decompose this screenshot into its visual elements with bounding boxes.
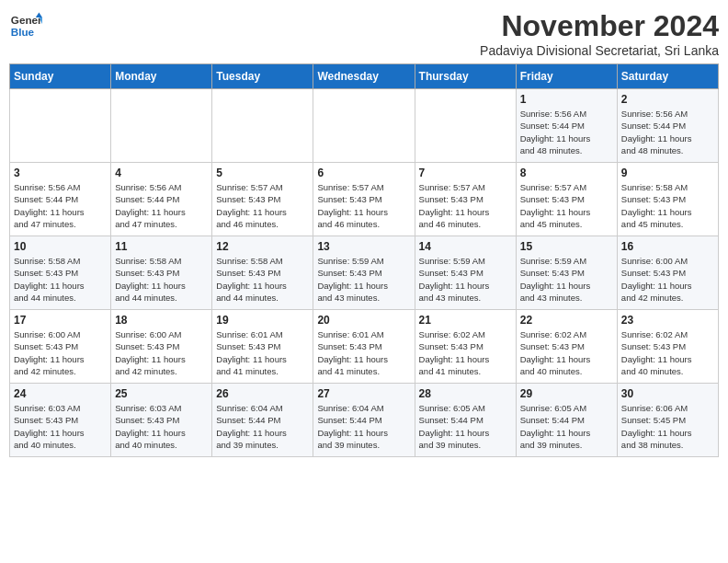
- calendar-cell: 21Sunrise: 6:02 AM Sunset: 5:43 PM Dayli…: [415, 310, 516, 384]
- day-info: Sunrise: 5:59 AM Sunset: 5:43 PM Dayligh…: [520, 255, 613, 304]
- day-info: Sunrise: 6:01 AM Sunset: 5:43 PM Dayligh…: [216, 328, 309, 377]
- calendar-cell: 28Sunrise: 6:05 AM Sunset: 5:44 PM Dayli…: [415, 384, 516, 457]
- col-tuesday: Tuesday: [212, 64, 313, 89]
- calendar-week-1: 1Sunrise: 5:56 AM Sunset: 5:44 PM Daylig…: [10, 89, 719, 163]
- day-info: Sunrise: 6:02 AM Sunset: 5:43 PM Dayligh…: [520, 328, 613, 377]
- calendar-cell: 4Sunrise: 5:56 AM Sunset: 5:44 PM Daylig…: [111, 163, 212, 236]
- day-number: 13: [317, 240, 410, 253]
- day-info: Sunrise: 5:57 AM Sunset: 5:43 PM Dayligh…: [317, 181, 410, 230]
- calendar-cell: 12Sunrise: 5:58 AM Sunset: 5:43 PM Dayli…: [212, 236, 313, 310]
- calendar-cell: 10Sunrise: 5:58 AM Sunset: 5:43 PM Dayli…: [10, 236, 111, 310]
- calendar-cell: 29Sunrise: 6:05 AM Sunset: 5:44 PM Dayli…: [516, 384, 617, 457]
- calendar-cell: 30Sunrise: 6:06 AM Sunset: 5:45 PM Dayli…: [617, 384, 718, 457]
- calendar-cell: 1Sunrise: 5:56 AM Sunset: 5:44 PM Daylig…: [516, 89, 617, 163]
- calendar-cell: 24Sunrise: 6:03 AM Sunset: 5:43 PM Dayli…: [10, 384, 111, 457]
- calendar-cell: 2Sunrise: 5:56 AM Sunset: 5:44 PM Daylig…: [617, 89, 718, 163]
- day-info: Sunrise: 5:59 AM Sunset: 5:43 PM Dayligh…: [317, 255, 410, 304]
- day-info: Sunrise: 5:59 AM Sunset: 5:43 PM Dayligh…: [419, 255, 512, 304]
- logo: General Blue: [9, 9, 42, 42]
- day-number: 14: [419, 240, 512, 253]
- col-friday: Friday: [516, 64, 617, 89]
- calendar-week-4: 17Sunrise: 6:00 AM Sunset: 5:43 PM Dayli…: [10, 310, 719, 384]
- calendar-cell: 14Sunrise: 5:59 AM Sunset: 5:43 PM Dayli…: [415, 236, 516, 310]
- day-number: 25: [115, 387, 208, 400]
- day-number: 12: [216, 240, 309, 253]
- day-info: Sunrise: 5:56 AM Sunset: 5:44 PM Dayligh…: [621, 108, 714, 156]
- day-number: 18: [115, 314, 208, 327]
- day-number: 5: [216, 167, 309, 179]
- month-title: November 2024: [480, 9, 719, 43]
- calendar-cell: 25Sunrise: 6:03 AM Sunset: 5:43 PM Dayli…: [111, 384, 212, 457]
- day-number: 17: [14, 314, 107, 327]
- calendar-cell: 8Sunrise: 5:57 AM Sunset: 5:43 PM Daylig…: [516, 163, 617, 236]
- calendar-cell: [415, 89, 516, 163]
- day-info: Sunrise: 5:56 AM Sunset: 5:44 PM Dayligh…: [115, 181, 208, 230]
- subtitle: Padaviya Divisional Secretariat, Sri Lan…: [480, 43, 719, 58]
- calendar-cell: 27Sunrise: 6:04 AM Sunset: 5:44 PM Dayli…: [313, 384, 415, 457]
- day-info: Sunrise: 6:03 AM Sunset: 5:43 PM Dayligh…: [14, 402, 107, 451]
- col-saturday: Saturday: [617, 64, 718, 89]
- day-info: Sunrise: 6:00 AM Sunset: 5:43 PM Dayligh…: [14, 328, 107, 377]
- day-number: 29: [520, 387, 613, 400]
- day-number: 9: [621, 167, 714, 179]
- day-number: 1: [520, 93, 613, 106]
- day-number: 23: [621, 314, 714, 327]
- day-info: Sunrise: 6:01 AM Sunset: 5:43 PM Dayligh…: [317, 328, 410, 377]
- calendar-cell: 22Sunrise: 6:02 AM Sunset: 5:43 PM Dayli…: [516, 310, 617, 384]
- day-info: Sunrise: 5:58 AM Sunset: 5:43 PM Dayligh…: [621, 181, 714, 230]
- calendar-cell: 3Sunrise: 5:56 AM Sunset: 5:44 PM Daylig…: [10, 163, 111, 236]
- day-number: 28: [419, 387, 512, 400]
- day-info: Sunrise: 5:58 AM Sunset: 5:43 PM Dayligh…: [216, 255, 309, 304]
- day-info: Sunrise: 6:04 AM Sunset: 5:44 PM Dayligh…: [216, 402, 309, 451]
- day-info: Sunrise: 5:56 AM Sunset: 5:44 PM Dayligh…: [14, 181, 107, 230]
- calendar-cell: 23Sunrise: 6:02 AM Sunset: 5:43 PM Dayli…: [617, 310, 718, 384]
- calendar-week-2: 3Sunrise: 5:56 AM Sunset: 5:44 PM Daylig…: [10, 163, 719, 236]
- calendar-cell: 19Sunrise: 6:01 AM Sunset: 5:43 PM Dayli…: [212, 310, 313, 384]
- calendar-cell: 18Sunrise: 6:00 AM Sunset: 5:43 PM Dayli…: [111, 310, 212, 384]
- day-info: Sunrise: 5:57 AM Sunset: 5:43 PM Dayligh…: [216, 181, 309, 230]
- calendar-cell: 13Sunrise: 5:59 AM Sunset: 5:43 PM Dayli…: [313, 236, 415, 310]
- day-number: 6: [317, 167, 410, 179]
- day-info: Sunrise: 6:02 AM Sunset: 5:43 PM Dayligh…: [621, 328, 714, 377]
- calendar-cell: [313, 89, 415, 163]
- day-info: Sunrise: 5:57 AM Sunset: 5:43 PM Dayligh…: [419, 181, 512, 230]
- calendar-cell: 9Sunrise: 5:58 AM Sunset: 5:43 PM Daylig…: [617, 163, 718, 236]
- day-number: 3: [14, 167, 107, 179]
- day-number: 30: [621, 387, 714, 400]
- day-number: 16: [621, 240, 714, 253]
- day-number: 26: [216, 387, 309, 400]
- col-sunday: Sunday: [10, 64, 111, 89]
- day-info: Sunrise: 6:05 AM Sunset: 5:44 PM Dayligh…: [520, 402, 613, 451]
- day-number: 19: [216, 314, 309, 327]
- svg-text:Blue: Blue: [11, 26, 35, 38]
- day-info: Sunrise: 5:58 AM Sunset: 5:43 PM Dayligh…: [115, 255, 208, 304]
- calendar-cell: [10, 89, 111, 163]
- calendar-cell: 11Sunrise: 5:58 AM Sunset: 5:43 PM Dayli…: [111, 236, 212, 310]
- calendar-cell: 7Sunrise: 5:57 AM Sunset: 5:43 PM Daylig…: [415, 163, 516, 236]
- day-info: Sunrise: 6:04 AM Sunset: 5:44 PM Dayligh…: [317, 402, 410, 451]
- calendar-cell: 5Sunrise: 5:57 AM Sunset: 5:43 PM Daylig…: [212, 163, 313, 236]
- day-number: 22: [520, 314, 613, 327]
- calendar-cell: 6Sunrise: 5:57 AM Sunset: 5:43 PM Daylig…: [313, 163, 415, 236]
- calendar-cell: [212, 89, 313, 163]
- day-info: Sunrise: 6:00 AM Sunset: 5:43 PM Dayligh…: [621, 255, 714, 304]
- col-monday: Monday: [111, 64, 212, 89]
- calendar-cell: 20Sunrise: 6:01 AM Sunset: 5:43 PM Dayli…: [313, 310, 415, 384]
- day-number: 24: [14, 387, 107, 400]
- day-number: 7: [419, 167, 512, 179]
- calendar-table: Sunday Monday Tuesday Wednesday Thursday…: [9, 63, 719, 457]
- day-number: 15: [520, 240, 613, 253]
- day-info: Sunrise: 5:58 AM Sunset: 5:43 PM Dayligh…: [14, 255, 107, 304]
- calendar-week-3: 10Sunrise: 5:58 AM Sunset: 5:43 PM Dayli…: [10, 236, 719, 310]
- day-info: Sunrise: 5:57 AM Sunset: 5:43 PM Dayligh…: [520, 181, 613, 230]
- day-number: 4: [115, 167, 208, 179]
- calendar-header-row: Sunday Monday Tuesday Wednesday Thursday…: [10, 64, 719, 89]
- calendar-cell: 17Sunrise: 6:00 AM Sunset: 5:43 PM Dayli…: [10, 310, 111, 384]
- day-info: Sunrise: 5:56 AM Sunset: 5:44 PM Dayligh…: [520, 108, 613, 156]
- calendar-cell: [111, 89, 212, 163]
- day-number: 20: [317, 314, 410, 327]
- day-number: 27: [317, 387, 410, 400]
- day-number: 11: [115, 240, 208, 253]
- day-info: Sunrise: 6:06 AM Sunset: 5:45 PM Dayligh…: [621, 402, 714, 451]
- day-info: Sunrise: 6:05 AM Sunset: 5:44 PM Dayligh…: [419, 402, 512, 451]
